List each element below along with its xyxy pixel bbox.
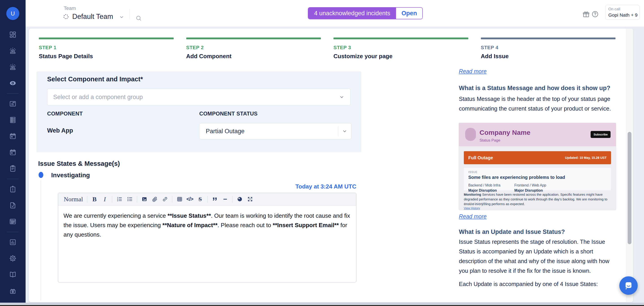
chevron-down-icon[interactable] (119, 14, 124, 20)
preview-subscribe-button: Subscribe (590, 131, 610, 138)
ordered-list-button[interactable]: 123 (114, 195, 124, 204)
bold-button[interactable]: B (89, 195, 100, 204)
sidebar-item-alert-siren[interactable] (0, 43, 26, 59)
issue-timestamp-link[interactable]: Today at 3:24 AM UTC (58, 183, 356, 190)
sidebar-item-postmortem-clipboard[interactable] (0, 181, 26, 197)
toolbar-separator (232, 196, 232, 203)
schedule-calendar-icon (9, 132, 16, 140)
gift-icon[interactable] (582, 10, 590, 18)
read-more-link[interactable]: Read more (459, 68, 487, 75)
analytics-trend-icon (9, 100, 16, 108)
preview-issue-title: Some files are experiencing problems to … (468, 175, 606, 180)
rewards-gift-icon (9, 287, 16, 294)
bullet-list-button[interactable] (124, 195, 135, 204)
step-2: STEP 2Add Component (186, 38, 321, 60)
sidebar-item-status-page-browser[interactable] (0, 213, 26, 230)
app-root: U Team Default Team 4 unacknowledged inc… (0, 0, 644, 306)
sidebar-divider (7, 91, 18, 96)
component-status-column-header: COMPONENT STATUS (199, 110, 258, 117)
help-question-title: What is an Update and Issue Status? (459, 228, 565, 235)
chat-widget-button[interactable] (619, 276, 638, 295)
preview-company-logo (465, 128, 476, 141)
fullscreen-button[interactable] (245, 195, 255, 204)
sidebar-item-rotation-calendar[interactable] (0, 144, 26, 161)
preview-company-name: Company Name (480, 129, 530, 136)
preview-component-name: Frontend / Web App (514, 183, 546, 187)
sidebar-item-task-doc-check[interactable] (0, 197, 26, 213)
team-selector[interactable]: Default Team (63, 13, 113, 21)
step-progress-bar (334, 38, 468, 39)
toolbar-separator (112, 196, 112, 203)
chevron-down-icon (339, 94, 344, 100)
step-title: Add Component (186, 53, 321, 60)
sidebar-item-incident-siren[interactable] (0, 59, 26, 75)
preview-banner-status: Full Outage (468, 155, 493, 161)
read-more-link[interactable]: Read more (459, 213, 487, 220)
svg-text:3: 3 (117, 200, 118, 202)
status-page-preview-image: Company Name Status Page Subscribe Full … (459, 123, 616, 210)
sidebar-item-analytics-trend[interactable] (0, 96, 26, 112)
sidebar-item-schedule-calendar[interactable] (0, 128, 26, 144)
open-incidents-button[interactable]: Open (396, 8, 422, 19)
vertical-scrollbar[interactable] (626, 29, 633, 302)
help-question-title: What is a Status Message and how does it… (459, 85, 610, 92)
preview-issue-card: ISSUE Some files are experiencing proble… (464, 168, 611, 190)
sidebar-item-services-stack[interactable] (0, 112, 26, 128)
step-1: STEP 1Status Page Details (39, 38, 174, 60)
rotation-calendar-icon (9, 148, 16, 156)
preview-button[interactable] (234, 195, 245, 204)
sidebar-item-rewards-gift[interactable] (0, 283, 26, 299)
blockquote-button[interactable] (210, 195, 220, 204)
italic-button[interactable]: I (100, 195, 110, 204)
paragraph-style-select[interactable]: Normal (62, 195, 85, 204)
search-icon[interactable] (135, 15, 142, 22)
team-label: Team (64, 6, 76, 11)
wizard-card: STEP 1Status Page DetailsSTEP 2Add Compo… (29, 29, 633, 302)
scrollbar-thumb[interactable] (628, 132, 632, 244)
message-bold-segment: **Issue Status** (168, 212, 211, 219)
component-status-select[interactable]: Partial Outage (199, 123, 352, 139)
sidebar-item-settings-gear[interactable] (0, 250, 26, 266)
alert-siren-icon (9, 47, 16, 55)
attach-file-button[interactable] (150, 195, 160, 204)
dashboard-icon (9, 31, 16, 38)
sidebar-item-runbook-clipboard[interactable] (0, 161, 26, 177)
horizontal-rule-button[interactable] (220, 195, 230, 204)
code-block-button[interactable]: </> (185, 195, 195, 204)
step-label: STEP 2 (186, 45, 321, 51)
step-title: Status Page Details (39, 53, 174, 60)
preview-issue-label: ISSUE (468, 171, 606, 174)
component-group-select[interactable]: Select or add a component group (47, 89, 350, 106)
preview-header: Company Name Status Page Subscribe (459, 123, 616, 146)
live-status-icon (9, 79, 16, 87)
oncall-widget[interactable]: On call Gopi Nath + 9 (605, 5, 640, 20)
sidebar-divider (7, 230, 18, 234)
sidebar-item-report-bars[interactable] (0, 234, 26, 250)
sidebar-item-live-status[interactable] (0, 75, 26, 91)
knowledge-book-icon (9, 271, 16, 278)
help-icon[interactable] (591, 10, 599, 18)
insert-table-button[interactable] (174, 195, 185, 204)
sidebar-item-dashboard[interactable] (0, 27, 26, 43)
strikethrough-button[interactable]: S (195, 195, 205, 204)
screen-edge (0, 305, 644, 306)
status-page-browser-icon (9, 218, 16, 225)
insert-link-button[interactable] (160, 195, 170, 204)
preview-view-history-link: View History (464, 207, 480, 210)
message-bold-segment: **Insert Support Email** (273, 222, 339, 228)
editor-content[interactable]: We are currently experiencing a service … (58, 206, 356, 245)
preview-component-name: Backend / Mob Infra (468, 183, 500, 187)
help-question-body: Issue Status represents the stage of res… (459, 237, 617, 289)
topbar-divider (129, 9, 130, 19)
issue-states-title: Issue States & Message(s) (38, 160, 120, 167)
unacknowledged-incidents-badge[interactable]: 4 unacknowledged incidents Open (308, 7, 423, 19)
oncall-label: On call (608, 7, 636, 12)
issue-timeline-line (40, 180, 41, 300)
toolbar-separator (87, 196, 87, 203)
runbook-clipboard-icon (9, 165, 16, 172)
postmortem-clipboard-icon (9, 185, 16, 193)
sidebar-item-knowledge-book[interactable] (0, 266, 26, 283)
insert-image-button[interactable] (139, 195, 150, 204)
avatar[interactable]: U (6, 7, 19, 20)
preview-components: Backend / Mob InfraMajor DisruptionFront… (468, 183, 606, 193)
